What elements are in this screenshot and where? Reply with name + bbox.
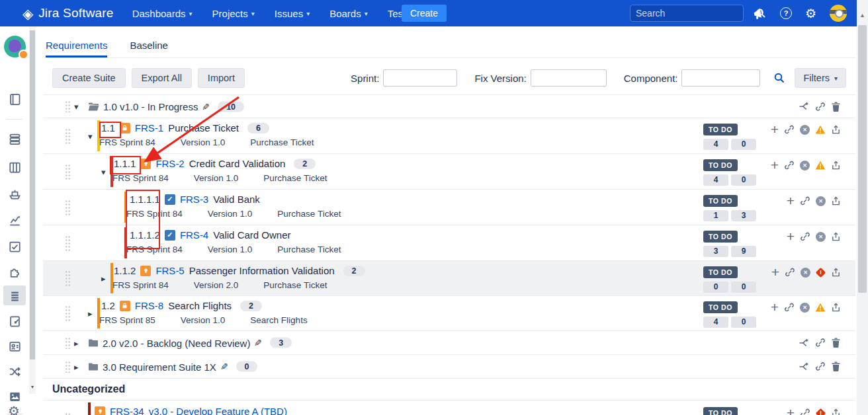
issue-title[interactable]: Purchase Ticket	[168, 122, 239, 133]
chevron-down-icon[interactable]: ▾	[88, 132, 93, 140]
sidebar-scrollbar[interactable]: ▾	[29, 26, 36, 394]
scrollbar-thumb[interactable]	[858, 25, 867, 293]
chevron-right-icon[interactable]: ▸	[74, 338, 79, 347]
drag-handle[interactable]	[65, 361, 71, 373]
remove-circle-icon[interactable]: ✕	[800, 125, 810, 135]
link-icon[interactable]	[800, 231, 810, 242]
add-icon[interactable]: +	[787, 196, 795, 206]
nav-boards[interactable]: Boards▾	[329, 8, 368, 19]
add-icon[interactable]: +	[771, 302, 779, 313]
warning-triangle-icon[interactable]	[815, 303, 826, 312]
link-icon[interactable]	[784, 302, 795, 313]
warning-triangle-icon[interactable]	[815, 161, 826, 170]
trash-icon[interactable]	[831, 361, 841, 372]
help-icon[interactable]: ?	[780, 7, 792, 19]
nav-dashboards[interactable]: Dashboards▾	[132, 8, 193, 19]
suite-title[interactable]: 1.0 v1.0 - In Progress	[103, 101, 198, 112]
pages-icon[interactable]	[0, 315, 29, 328]
issue-key-link[interactable]: FRS-34	[110, 406, 144, 415]
pencil-icon[interactable]: ✎	[220, 361, 228, 372]
drag-handle[interactable]	[65, 412, 71, 415]
gear-icon[interactable]: ⚙	[805, 7, 816, 20]
chevron-right-icon[interactable]: ▸	[74, 362, 79, 371]
shuffle-icon[interactable]	[0, 365, 29, 379]
issue-key-link[interactable]: FRS-1	[135, 122, 163, 133]
scroll-up-arrow[interactable]: ▲	[857, 12, 868, 19]
issue-key-link[interactable]: FRS-4	[180, 229, 208, 241]
issue-title[interactable]: Search Flights	[168, 300, 232, 311]
link-icon[interactable]	[784, 124, 795, 135]
filter-search-icon[interactable]	[773, 72, 785, 84]
export-all-button[interactable]: Export All	[132, 68, 192, 88]
page-scrollbar[interactable]: ▲	[857, 0, 868, 415]
gallery-icon[interactable]	[0, 390, 29, 404]
link-icon[interactable]	[784, 160, 795, 170]
export-icon[interactable]	[831, 124, 841, 135]
link-icon[interactable]	[815, 101, 826, 112]
release-ship-icon[interactable]	[0, 187, 29, 201]
search-input[interactable]	[636, 8, 756, 19]
remove-circle-icon[interactable]: ✕	[816, 196, 826, 206]
add-icon[interactable]: +	[771, 267, 779, 278]
pencil-icon[interactable]: ✎	[254, 338, 262, 348]
nav-issues[interactable]: Issues▾	[275, 8, 310, 19]
add-icon[interactable]: +	[771, 160, 779, 170]
drag-handle[interactable]	[65, 270, 71, 286]
tab-baseline[interactable]: Baseline	[130, 40, 168, 57]
link-icon[interactable]	[800, 408, 810, 415]
nav-projects[interactable]: Projects▾	[212, 8, 255, 19]
remove-circle-icon[interactable]: ✕	[800, 161, 810, 170]
drag-handle[interactable]	[65, 200, 71, 215]
link-icon[interactable]	[800, 196, 810, 206]
trash-icon[interactable]	[831, 338, 841, 348]
export-icon[interactable]	[831, 160, 841, 170]
chevron-right-icon[interactable]: ▸	[88, 309, 93, 318]
chevron-right-icon[interactable]: ▸	[101, 274, 106, 283]
requirements-list-icon[interactable]	[3, 285, 26, 305]
move-branch-icon[interactable]	[799, 361, 810, 372]
filters-button[interactable]: Filters ▾	[795, 68, 846, 88]
issue-title[interactable]: Valid Bank	[213, 194, 260, 205]
export-icon[interactable]	[831, 408, 841, 415]
create-suite-button[interactable]: Create Suite	[52, 68, 126, 88]
add-icon[interactable]: +	[787, 231, 795, 242]
issue-key-link[interactable]: FRS-8	[135, 300, 163, 311]
board-columns-icon[interactable]	[0, 161, 29, 174]
chevron-down-icon[interactable]: ▾	[74, 102, 79, 111]
warning-triangle-icon[interactable]	[815, 125, 826, 134]
link-icon[interactable]	[815, 361, 826, 372]
contact-card-icon[interactable]	[0, 340, 29, 354]
remove-circle-icon[interactable]: ✕	[801, 268, 810, 278]
drag-handle[interactable]	[65, 337, 71, 349]
trash-icon[interactable]	[831, 101, 841, 112]
export-icon[interactable]	[831, 196, 841, 206]
issue-key-link[interactable]: FRS-2	[155, 158, 184, 169]
drag-handle[interactable]	[65, 100, 71, 112]
import-button[interactable]: Import	[198, 68, 245, 88]
add-icon[interactable]: +	[787, 408, 795, 415]
drag-handle[interactable]	[65, 164, 71, 180]
create-button[interactable]: Create	[402, 5, 447, 22]
reports-chart-icon[interactable]	[0, 213, 29, 227]
add-icon[interactable]: +	[771, 124, 779, 135]
sidebar-scrollbar-thumb[interactable]	[30, 30, 35, 359]
link-icon[interactable]	[815, 338, 826, 348]
fix-version-input[interactable]	[531, 69, 607, 87]
export-icon[interactable]	[831, 231, 841, 242]
settings-gear-icon[interactable]: ⚙	[8, 403, 20, 415]
issue-title[interactable]: Credit Card Validation	[189, 158, 286, 169]
drag-handle[interactable]	[65, 235, 71, 251]
drag-handle[interactable]	[65, 305, 71, 321]
suite-title[interactable]: 2.0 v2.0 - Backlog (Need Review)	[103, 337, 250, 348]
link-icon[interactable]	[785, 267, 795, 278]
issue-title[interactable]: Valid Card Owner	[213, 229, 290, 241]
stack-icon[interactable]	[0, 132, 29, 146]
remove-circle-icon[interactable]: ✕	[816, 232, 826, 242]
issue-title[interactable]: v3.0 - Develop Feature A (TBD)	[149, 406, 287, 415]
blocker-diamond-icon[interactable]: !	[816, 408, 826, 415]
issue-key-link[interactable]: FRS-3	[180, 194, 208, 205]
move-branch-icon[interactable]	[799, 337, 810, 348]
move-branch-icon[interactable]	[799, 101, 810, 112]
pencil-icon[interactable]: ✎	[202, 101, 210, 112]
suite-title[interactable]: 3.0 Requirement Suite 1X	[103, 361, 216, 372]
